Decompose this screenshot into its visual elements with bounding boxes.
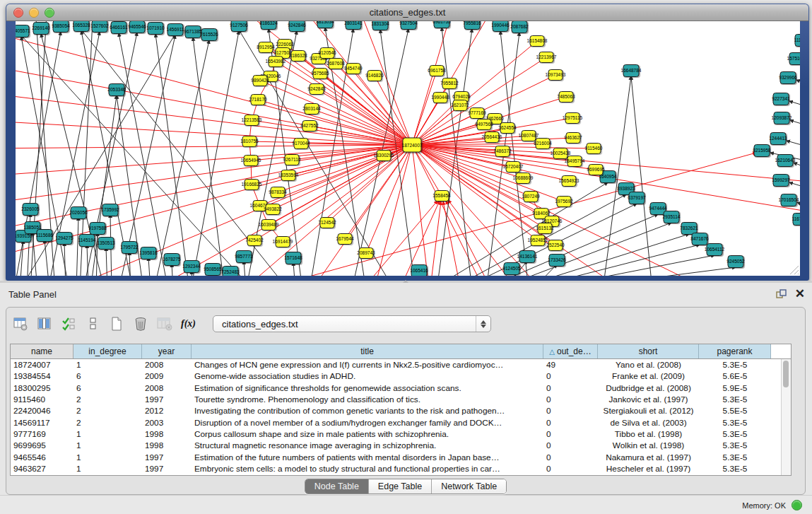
graph-node[interactable]: 2089743 [359,247,374,259]
graph-node[interactable]: 1065328 [73,21,90,32]
graph-node[interactable]: 9329966 [780,71,796,84]
graph-node[interactable]: 15654923 [562,175,577,187]
table-row[interactable]: 1456911722003Disruption of a novel membe… [11,416,791,428]
table-row[interactable]: 1872400712008Changes of HCN gene express… [11,359,791,370]
graph-node[interactable]: 8427552 [302,120,317,132]
graph-node[interactable]: 16210643 [777,154,794,167]
graph-node[interactable]: 9508565 [205,263,221,276]
graph-node[interactable]: 1678275 [164,253,180,266]
close-window-button[interactable] [13,8,23,18]
graph-node[interactable]: 9493822 [266,204,281,215]
table-selector-dropdown[interactable]: citations_edges.txt [213,315,491,332]
table-row[interactable]: 911546021997Tourette syndrome. Phenomeno… [11,394,791,405]
table-row[interactable]: 969969511998Structural magnetic resonanc… [11,440,791,451]
graph-node[interactable]: 9146820 [367,70,382,81]
select-columns-button[interactable] [59,315,78,333]
graph-node[interactable]: 2803141 [346,21,362,30]
graph-node[interactable]: 9124505 [504,262,520,275]
graph-node[interactable]: 9242843 [310,83,324,95]
graph-node[interactable]: 8186324 [261,21,277,30]
graph-node[interactable]: 10807487 [522,130,536,141]
graph-node[interactable]: 1292344 [184,260,200,273]
graph-node[interactable]: 1112753 [795,34,801,47]
graph-node[interactable]: 1395816 [141,247,157,259]
graph-node[interactable]: 1990448 [433,92,448,103]
graph-node[interactable]: 1405571 [16,25,30,37]
table-row[interactable]: 1830029562008Estimation of significance … [11,382,791,394]
graph-node[interactable]: 1167533 [793,213,801,226]
graph-node[interactable]: 7124542 [320,217,335,228]
graph-node[interactable]: 9242846 [289,21,305,32]
delete-column-button[interactable] [131,315,150,333]
close-panel-icon[interactable]: ✕ [795,289,805,299]
graph-node[interactable]: 18353594 [281,170,296,181]
table-row[interactable]: 2242004622012Investigating the contribut… [11,405,791,416]
graph-node[interactable]: 1527602 [92,21,108,33]
graph-node[interactable]: 1831304 [372,21,389,30]
graph-node[interactable]: 1975692 [557,196,572,207]
graph-node[interactable]: 1599297 [773,174,789,187]
graph-node[interactable]: 10654945 [244,155,259,166]
graph-node[interactable]: 12975115 [565,112,580,124]
graph-node[interactable]: 9699695 [589,164,604,175]
float-panel-icon[interactable] [776,289,787,300]
graph-node[interactable]: 9245052 [728,255,744,268]
table-row[interactable]: 977716911998Corpus callosum shape and si… [11,428,791,440]
delete-table-button[interactable] [155,315,174,333]
graph-node[interactable]: 7252483 [223,266,239,276]
graph-node[interactable]: 9777169 [470,107,485,119]
graph-node[interactable]: 8813034 [317,21,334,28]
column-header-pagerank[interactable]: pagerank [699,344,771,358]
network-canvas[interactable]: 1405571226914093850541065328152760264661… [16,21,800,276]
graph-hub-node[interactable]: 18724007 [403,138,422,153]
graph-node[interactable]: 19524851 [531,235,546,246]
row-height-button[interactable] [83,315,102,333]
graph-node[interactable]: 7486372 [495,146,510,157]
graph-node[interactable]: 18300295 [377,150,392,161]
tab-network-table[interactable]: Network Table [432,479,506,493]
graph-node[interactable]: 12213967 [539,52,554,63]
graph-node[interactable]: 9465546 [129,21,146,33]
graph-node[interactable]: 9197588 [90,222,106,235]
graph-node[interactable]: 7955812 [442,78,457,89]
minimize-window-button[interactable] [29,8,39,18]
graph-node[interactable]: 10688609 [516,173,531,184]
graph-node[interactable]: 1065416 [411,264,428,276]
graph-node[interactable]: 1071910 [148,22,164,35]
graph-node[interactable]: 1115686 [37,229,53,242]
graph-node[interactable]: 9115460 [587,143,601,154]
table-row[interactable]: 946362711997Embryonic stem cells: a mode… [11,463,791,474]
graph-node[interactable]: 9671385 [185,25,201,38]
graph-node[interactable]: 2326005 [23,203,39,216]
graph-node[interactable]: 20564436 [485,132,500,143]
graph-node[interactable]: 9227341 [773,93,789,105]
column-header-title[interactable]: title [192,344,543,358]
graph-node[interactable]: 12093872 [774,112,790,124]
graph-node[interactable]: 10025438 [553,148,568,159]
graph-node[interactable]: 15720407 [506,161,521,173]
graph-node[interactable]: 16914479 [276,236,290,247]
graph-node[interactable]: 3624554 [500,122,515,134]
graph-node[interactable]: 10654112 [707,243,723,256]
graph-node[interactable]: 1244413 [770,132,787,145]
graph-node[interactable]: 8454749 [346,63,361,74]
graph-node[interactable]: 1990446 [493,21,509,32]
column-header-year[interactable]: year [142,344,192,358]
graph-node[interactable]: 1810755 [242,136,257,147]
graph-node[interactable]: 1350513 [98,237,114,250]
graph-node[interactable]: 1558454 [435,190,449,201]
graph-node[interactable]: 19166825 [245,179,259,190]
graph-node[interactable]: 12213583 [245,115,259,126]
graph-node[interactable]: 9857771 [236,250,252,263]
graph-node[interactable]: 9385054 [53,21,69,33]
graph-node[interactable]: 2687608 [329,58,343,69]
graph-node[interactable]: 7425402 [247,235,262,246]
graph-node[interactable]: 1145194 [79,234,95,247]
graph-node[interactable]: 2718170 [251,94,266,105]
graph-node[interactable]: 6961755 [434,21,450,28]
graph-node[interactable]: 1735992 [102,204,119,216]
graph-node[interactable]: 9890424 [253,75,268,86]
graph-node[interactable]: 6497568 [477,119,492,130]
graph-node[interactable]: 10973493 [548,69,563,81]
graph-node[interactable]: 2053346 [109,83,125,96]
